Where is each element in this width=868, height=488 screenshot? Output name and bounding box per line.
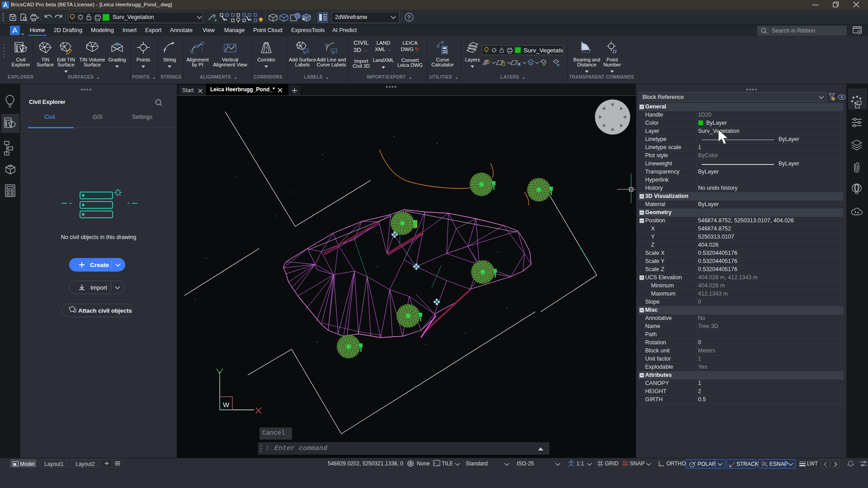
svg-text:2dWireframe: 2dWireframe xyxy=(335,14,368,20)
svg-text:Create: Create xyxy=(90,262,109,268)
svg-text:W: W xyxy=(223,401,230,408)
svg-text:Surv_Vegetatio: Surv_Vegetatio xyxy=(524,47,563,54)
svg-text:x: x xyxy=(437,463,439,466)
svg-text:Attach civil objects: Attach civil objects xyxy=(78,307,132,314)
svg-text:Surv_Vegetation: Surv_Vegetation xyxy=(113,14,154,20)
svg-text:?: ? xyxy=(407,14,410,21)
svg-text:Search in Ribbon: Search in Ribbon xyxy=(772,28,815,34)
svg-text:Import: Import xyxy=(90,284,107,291)
